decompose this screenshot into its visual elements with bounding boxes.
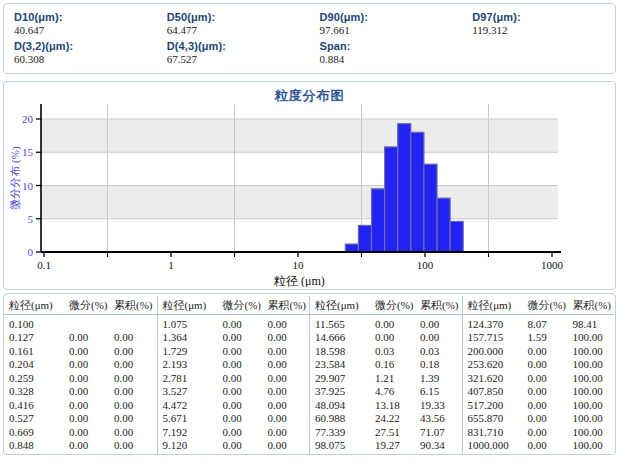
y-tick-label: 15	[22, 146, 34, 158]
y-tick-label: 5	[28, 213, 34, 225]
histogram-bar	[372, 189, 385, 252]
table-row: 253.6200.00100.00	[463, 358, 615, 372]
table-cell: 0.00	[109, 372, 155, 384]
table-header-cell: 粒径(μm)	[4, 298, 64, 313]
histogram-bar	[345, 244, 358, 252]
table-cell: 100.00	[568, 426, 614, 438]
d50-value: 64.477	[167, 24, 310, 37]
table-cell: 1000.000	[463, 439, 523, 451]
table-cell: 6.15	[415, 385, 461, 397]
table-cell: 0.00	[263, 399, 309, 411]
table-cell: 0.00	[109, 412, 155, 424]
table-cell: 98.41	[568, 318, 614, 330]
table-cell: 100.00	[568, 331, 614, 343]
plot-band	[41, 119, 558, 152]
table-cell: 0.00	[523, 385, 568, 397]
table-cell: 0.00	[523, 439, 568, 451]
table-group: 粒径(μm)微分(%)累积(%)124.3708.0798.41157.7151…	[462, 296, 615, 454]
table-row: 1.3640.000.00	[158, 331, 310, 345]
table-row: 23.5840.160.18	[310, 358, 462, 372]
d32-value: 60.308	[14, 53, 157, 66]
table-cell: 0.00	[523, 358, 568, 370]
table-header-row: 粒径(μm)微分(%)累积(%)	[463, 296, 615, 315]
x-tick-label: 100	[417, 259, 434, 271]
d97-cell: D97(μm): 119.312	[462, 11, 615, 40]
table-groups: 粒径(μm)微分(%)累积(%)0.1000.1270.000.000.1610…	[4, 296, 615, 454]
span-value: 0.884	[320, 53, 463, 66]
table-row: 831.7100.00100.00	[463, 425, 615, 439]
table-header-row: 粒径(μm)微分(%)累积(%)	[4, 296, 157, 315]
d90-cell: D90(μm): 97.661	[310, 11, 463, 40]
table-cell: 29.907	[310, 372, 370, 384]
table-cell: 0.100	[4, 318, 64, 330]
table-header-cell: 微分(%)	[64, 298, 109, 313]
table-cell: 0.00	[218, 426, 263, 438]
table-cell: 1.364	[158, 331, 218, 343]
table-cell: 100.00	[568, 412, 614, 424]
table-header-cell: 粒径(μm)	[463, 298, 523, 313]
table-cell: 14.666	[310, 331, 370, 343]
x-axis-title: 粒径 (μm)	[273, 274, 325, 287]
table-cell: 0.18	[415, 358, 461, 370]
table-cell: 0.00	[523, 345, 568, 357]
table-cell: 0.16	[370, 358, 415, 370]
table-cell: 0.03	[370, 345, 415, 357]
table-cell: 0.00	[218, 331, 263, 343]
table-cell: 3.527	[158, 385, 218, 397]
table-cell: 0.00	[523, 372, 568, 384]
table-cell: 0.416	[4, 399, 64, 411]
d50-cell: D50(μm): 64.477	[157, 11, 310, 40]
table-cell: 1.729	[158, 345, 218, 357]
summary-grid: D10(μm): 40.647 D50(μm): 64.477 D90(μm):…	[4, 11, 615, 69]
chart-panel: 粒度分布图 051015200.11101001000粒径 (μm)微分分布 (…	[3, 81, 616, 290]
table-cell: 0.00	[64, 399, 109, 411]
table-cell: 253.620	[463, 358, 523, 370]
table-cell: 0.00	[523, 399, 568, 411]
table-cell: 19.27	[370, 439, 415, 451]
particle-size-histogram: 051015200.11101001000粒径 (μm)微分分布 (%)	[4, 97, 615, 287]
table-row: 37.9254.766.15	[310, 385, 462, 399]
table-group: 粒径(μm)微分(%)累积(%)1.0750.000.001.3640.000.…	[157, 296, 310, 454]
table-header-cell: 累积(%)	[568, 298, 614, 313]
table-cell: 0.00	[64, 345, 109, 357]
report-page: D10(μm): 40.647 D50(μm): 64.477 D90(μm):…	[3, 3, 616, 455]
table-cell: 157.715	[463, 331, 523, 343]
table-header-cell: 累积(%)	[415, 298, 461, 313]
table-cell: 77.339	[310, 426, 370, 438]
table-cell: 100.00	[568, 439, 614, 451]
table-cell: 0.00	[64, 412, 109, 424]
histogram-bar	[385, 147, 398, 252]
table-cell: 0.00	[109, 385, 155, 397]
table-cell: 7.192	[158, 426, 218, 438]
table-row: 157.7151.59100.00	[463, 331, 615, 345]
table-cell: 90.34	[415, 439, 461, 451]
summary-panel: D10(μm): 40.647 D50(μm): 64.477 D90(μm):…	[3, 3, 616, 74]
x-tick-label: 1	[168, 259, 174, 271]
table-row: 18.5980.030.03	[310, 344, 462, 358]
table-cell: 0.328	[4, 385, 64, 397]
table-cell: 0.00	[218, 439, 263, 451]
table-cell: 0.00	[415, 331, 461, 343]
table-cell: 0.00	[218, 385, 263, 397]
table-cell: 100.00	[568, 385, 614, 397]
table-row: 2.1930.000.00	[158, 358, 310, 372]
histogram-bar	[358, 225, 371, 252]
table-cell: 1.075	[158, 318, 218, 330]
d90-label: D90(μm):	[320, 11, 463, 24]
table-cell: 24.22	[370, 412, 415, 424]
d10-value: 40.647	[14, 24, 157, 37]
table-row: 1.0750.000.00	[158, 317, 310, 331]
table-cell: 0.00	[109, 399, 155, 411]
table-cell: 321.620	[463, 372, 523, 384]
table-cell: 124.370	[463, 318, 523, 330]
table-row: 124.3708.0798.41	[463, 317, 615, 331]
table-header-row: 粒径(μm)微分(%)累积(%)	[158, 296, 310, 315]
table-cell: 0.00	[64, 372, 109, 384]
table-cell: 100.00	[568, 399, 614, 411]
table-cell: 2.193	[158, 358, 218, 370]
table-cell: 18.598	[310, 345, 370, 357]
y-tick-label: 10	[22, 180, 34, 192]
table-cell: 0.00	[263, 318, 309, 330]
table-cell: 100.00	[568, 372, 614, 384]
table-cell: 23.584	[310, 358, 370, 370]
